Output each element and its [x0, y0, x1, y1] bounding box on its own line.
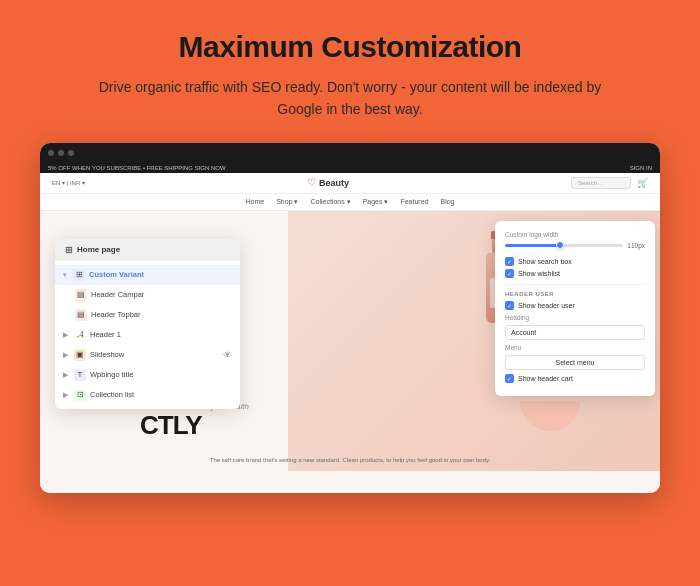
- custom-panel: Custom logo width 110px ✓ Show search bo…: [495, 221, 655, 396]
- browser-mockup: 5% OFF WHEN YOU SUBSCRIBE • FREE SHIPPIN…: [40, 143, 660, 493]
- eye-icon[interactable]: 👁: [223, 350, 232, 360]
- show-cart-label: Show header cart: [518, 375, 573, 382]
- show-search-label: Show search box: [518, 258, 572, 265]
- sidebar-item-header-campar[interactable]: ▤ Header Campar: [55, 285, 240, 305]
- header-user-title: HEADER USER: [505, 291, 645, 297]
- browser-dot-green: [68, 150, 74, 156]
- show-header-user-checkbox[interactable]: ✓: [505, 301, 514, 310]
- nav-featured[interactable]: Featured: [400, 198, 428, 206]
- sidebar-item-label: Header Campar: [91, 290, 144, 299]
- search-input[interactable]: Search...: [571, 177, 631, 189]
- nav-pages[interactable]: Pages ▾: [363, 198, 389, 206]
- nav-home[interactable]: Home: [245, 198, 264, 206]
- slideshow-icon: ▣: [74, 349, 86, 361]
- cart-icon[interactable]: 🛒: [637, 178, 648, 188]
- header-actions: Search... 🛒: [571, 177, 648, 189]
- nav-collections[interactable]: Collections ▾: [310, 198, 350, 206]
- heading-input[interactable]: [505, 325, 645, 340]
- arrow-icon: ▶: [63, 391, 68, 399]
- browser-dot-yellow: [58, 150, 64, 156]
- header1-icon: 𝓐: [74, 329, 86, 341]
- arrow-icon: ▶: [63, 331, 68, 339]
- arrow-icon: ▶: [63, 371, 68, 379]
- hero-area: Beauty The Generosity of Health CTLY The…: [40, 211, 660, 471]
- sidebar-item-slideshow[interactable]: ▶ ▣ Slideshow 👁: [55, 345, 240, 365]
- header-logo: ♡ Beauty: [307, 177, 349, 188]
- hero-big-text: CTLY: [140, 410, 202, 441]
- show-header-user-row[interactable]: ✓ Show header user: [505, 301, 645, 310]
- slider-thumb[interactable]: [556, 241, 564, 249]
- announcement-bar: 5% OFF WHEN YOU SUBSCRIBE • FREE SHIPPIN…: [40, 163, 660, 173]
- show-wishlist-checkbox[interactable]: ✓: [505, 269, 514, 278]
- show-search-checkbox[interactable]: ✓: [505, 257, 514, 266]
- sidebar-item-collection-list[interactable]: ▶ ⊡ Collection list: [55, 385, 240, 405]
- sidebar-header-label: Home page: [77, 245, 120, 254]
- sidebar-panel: ⊞ Home page ▾ ⊞ Custom Variant ▤: [55, 239, 240, 409]
- sidebar-item-header-1[interactable]: ▶ 𝓐 Header 1: [55, 325, 240, 345]
- grid-icon: ⊞: [73, 269, 85, 281]
- shop-header: EN ▾ | INR ▾ ♡ Beauty Search... 🛒: [40, 173, 660, 194]
- sidebar-item-header-topbar[interactable]: ▤ Header Topbar: [55, 305, 240, 325]
- logo-width-section: Custom logo width 110px: [505, 231, 645, 249]
- show-header-user-label: Show header user: [518, 302, 575, 309]
- section-divider: [505, 284, 645, 285]
- slider-fill: [505, 244, 558, 247]
- sidebar-item-wpbingo-title[interactable]: ▶ T Wpbingo title: [55, 365, 240, 385]
- show-wishlist-row[interactable]: ✓ Show wishlist: [505, 269, 645, 278]
- sidebar-item-label: Collection list: [90, 390, 134, 399]
- collection-icon: ⊡: [74, 389, 86, 401]
- title-icon: T: [74, 369, 86, 381]
- logo-width-value: 110px: [627, 242, 645, 249]
- sidebar-items: ▾ ⊞ Custom Variant ▤ Header Campar ▤: [55, 261, 240, 409]
- arrow-icon: ▾: [63, 271, 67, 279]
- sidebar-item-custom-variant[interactable]: ▾ ⊞ Custom Variant: [55, 265, 240, 285]
- show-search-row[interactable]: ✓ Show search box: [505, 257, 645, 266]
- sidebar-header: ⊞ Home page: [55, 239, 240, 261]
- arrow-icon: ▶: [63, 351, 68, 359]
- browser-content: 5% OFF WHEN YOU SUBSCRIBE • FREE SHIPPIN…: [40, 163, 660, 493]
- logo-icon: ♡: [307, 177, 316, 188]
- browser-dot-red: [48, 150, 54, 156]
- menu-label: Menu: [505, 344, 645, 351]
- nav-shop[interactable]: Shop ▾: [276, 198, 298, 206]
- page-subtitle: Drive organic traffic with SEO ready. Do…: [90, 76, 610, 121]
- page-wrapper: Maximum Customization Drive organic traf…: [0, 0, 700, 586]
- sidebar-item-label: Header Topbar: [91, 310, 140, 319]
- heading-label: Heading: [505, 314, 645, 321]
- browser-bar: [40, 143, 660, 163]
- logo-width-slider-row: 110px: [505, 242, 645, 249]
- header-lang[interactable]: EN ▾ | INR ▾: [52, 179, 85, 186]
- show-wishlist-label: Show wishlist: [518, 270, 560, 277]
- header-topbar-icon: ▤: [75, 309, 87, 321]
- page-title: Maximum Customization: [179, 30, 522, 64]
- shop-nav: Home Shop ▾ Collections ▾ Pages ▾ Featur…: [40, 194, 660, 211]
- nav-blog[interactable]: Blog: [440, 198, 454, 206]
- sidebar-item-label: Custom Variant: [89, 270, 144, 279]
- signin-link[interactable]: SIGN IN: [630, 165, 652, 171]
- logo-width-label: Custom logo width: [505, 231, 645, 238]
- sidebar-header-icon: ⊞: [65, 245, 73, 255]
- logo-text: Beauty: [319, 178, 349, 188]
- select-menu-button[interactable]: Select menu: [505, 355, 645, 370]
- hero-bottom-text: The self care brand that's setting a new…: [40, 457, 660, 463]
- announcement-text: 5% OFF WHEN YOU SUBSCRIBE • FREE SHIPPIN…: [48, 165, 226, 171]
- sidebar-item-label: Header 1: [90, 330, 121, 339]
- sidebar-item-label: Slideshow: [90, 350, 124, 359]
- header-campar-icon: ▤: [75, 289, 87, 301]
- logo-width-slider-track: [505, 244, 623, 247]
- show-cart-checkbox[interactable]: ✓: [505, 374, 514, 383]
- show-cart-row[interactable]: ✓ Show header cart: [505, 374, 645, 383]
- sidebar-item-label: Wpbingo title: [90, 370, 133, 379]
